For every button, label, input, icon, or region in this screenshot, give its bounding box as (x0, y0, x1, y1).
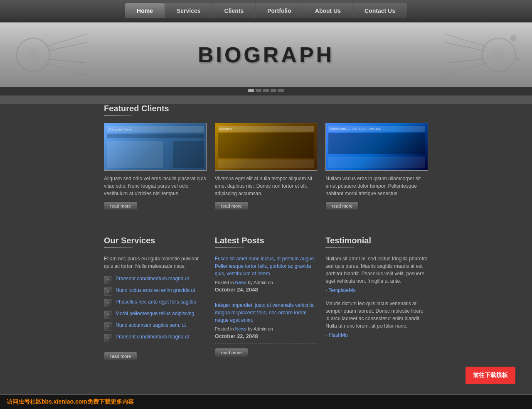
svg-line-11 (445, 63, 486, 76)
testimonial-title: Testimonial (325, 236, 428, 245)
client-card-1: Company Name Aliquam sed odio vel eros i… (104, 123, 207, 211)
dot-3[interactable] (263, 89, 269, 92)
svg-point-7 (493, 49, 505, 61)
post-category-1: News (235, 280, 247, 285)
nav-services[interactable]: Services (165, 3, 213, 18)
svg-line-9 (445, 42, 484, 51)
testimonial-text-2: Mauris dictum leo quis lacus venenatis a… (325, 300, 428, 330)
mock-nav-1 (107, 134, 204, 138)
service-icon-1: ✦ (104, 276, 112, 284)
by-label-2: by (246, 326, 254, 331)
nav-bar: Home Services Clients Portfolio About Us… (125, 3, 407, 18)
featured-clients-title: Featured Clients (104, 104, 428, 113)
post-meta-2: Posted in News by Admin on (215, 326, 318, 331)
post-link-1[interactable]: Fusce sit amet nunc lectus, at pretium a… (215, 255, 318, 277)
testimonial-author-link-1[interactable]: TemplateMo (328, 287, 355, 293)
dot-5[interactable] (278, 89, 284, 92)
service-link-4[interactable]: Morbi pellentesque tellus adipiscing (116, 311, 194, 316)
nav-contact[interactable]: Contact Us (353, 3, 407, 18)
bottom-grid: Our Services Etiam nec purus eu ligula m… (104, 228, 428, 377)
latest-posts-title: Latest Posts (215, 236, 318, 245)
client-thumb-2: Wooden (215, 123, 318, 171)
service-item-6: ✦ Praesent condimentum magna ut (104, 334, 207, 342)
on-label-2: on (266, 326, 273, 331)
svg-line-8 (445, 34, 486, 47)
client-card-2: Wooden Vivamus eget elit at nulla tempor… (215, 123, 318, 211)
nav-home[interactable]: Home (125, 3, 165, 18)
posts-read-more[interactable]: read more (215, 348, 248, 357)
featured-clients-underline (104, 115, 133, 116)
svg-point-12 (510, 35, 517, 42)
client-read-more-3[interactable]: read more (325, 201, 359, 211)
post-divider-2 (215, 343, 318, 344)
services-intro: Etiam nec purus eu ligula molestie pulvi… (104, 255, 207, 270)
svg-line-5 (46, 63, 87, 76)
client-desc-1: Aliquam sed odio vel eros iaculis placer… (104, 175, 207, 197)
by-label-1: by (246, 280, 254, 285)
mock-footer-2 (218, 159, 315, 168)
testimonial-author-1: - TemplateMo (325, 287, 428, 293)
client-card-3: Professional — FREE CSS TEMPLATE Nullam … (325, 123, 428, 211)
services-underline (104, 247, 133, 248)
testimonial-column: Testimonial Nullam sit amet mi sed lectu… (325, 228, 428, 361)
service-item-2: ✦ Nunc luctus eros eu enim gravida ut (104, 287, 207, 296)
svg-point-1 (27, 49, 39, 61)
client-read-more-1[interactable]: read more (104, 201, 137, 211)
service-icon-5: ✦ (104, 322, 112, 331)
slideshow-dots (0, 87, 532, 96)
post-date-2: October 22, 2048 (215, 333, 318, 339)
dot-2[interactable] (256, 89, 261, 92)
testimonial-author-2: - FlashMo (325, 332, 428, 338)
dot-1[interactable] (248, 89, 254, 92)
nav-clients[interactable]: Clients (213, 3, 256, 18)
service-icon-2: ✦ (104, 287, 112, 296)
post-author-1: Admin (254, 280, 266, 285)
service-link-6[interactable]: Praesent condimentum magna ut (116, 334, 189, 340)
post-date-1: October 24, 2048 (215, 287, 318, 293)
mock-content-3 (328, 157, 425, 168)
hero-section: BIOGRAPH (0, 22, 532, 87)
mock-header-3: Professional — FREE CSS TEMPLATE (328, 126, 425, 132)
client-desc-2: Vivamus eget elit at nulla tempor aliqua… (215, 175, 318, 197)
mock-header-1: Company Name (107, 126, 204, 132)
services-title: Our Services (104, 236, 207, 245)
service-item-3: ✦ Phasellus nec ante eget felis sagittis (104, 299, 207, 307)
services-column: Our Services Etiam nec purus eu ligula m… (104, 228, 207, 361)
clients-grid: Company Name Aliquam sed odio vel eros i… (104, 123, 428, 211)
mock-content-1 (107, 141, 163, 168)
service-link-5[interactable]: Nunc accumsan sagittis sem, ut (116, 322, 186, 328)
service-item-5: ✦ Nunc accumsan sagittis sem, ut (104, 322, 207, 331)
posted-in-label-2: Posted in (215, 326, 235, 331)
testimonial-author-link-2[interactable]: FlashMo (329, 332, 348, 338)
nav-about[interactable]: About Us (303, 3, 353, 18)
watermark-bar: 访问虫号社区bbs.xieniao.com免费下载更多内容 (0, 395, 532, 409)
client-read-more-2[interactable]: read more (215, 201, 248, 211)
dot-4[interactable] (271, 89, 276, 92)
post-divider-1 (215, 297, 318, 297)
service-item-4: ✦ Morbi pellentesque tellus adipiscing (104, 311, 207, 319)
service-link-2[interactable]: Nunc luctus eros eu enim gravida ut (116, 287, 195, 293)
hero-decor-left-icon (8, 26, 91, 84)
service-icon-4: ✦ (104, 311, 112, 319)
service-link-3[interactable]: Phasellus nec ante eget felis sagittis (116, 299, 196, 305)
post-link-2[interactable]: Integer imperdiet, justo ut venenatis ve… (215, 301, 318, 324)
latest-posts-column: Latest Posts Fusce sit amet nunc lectus,… (215, 228, 318, 361)
services-read-more[interactable]: read more (104, 352, 137, 361)
svg-point-13 (515, 57, 520, 61)
hero-title: BIOGRAPH (198, 42, 334, 67)
section-divider-1 (104, 219, 428, 219)
svg-line-3 (48, 42, 87, 51)
client-desc-3: Nullam varius eros in ipsum ullamcorper … (325, 175, 428, 197)
testimonial-underline (325, 247, 355, 248)
service-link-1[interactable]: Praesent condimentum magna ut (116, 276, 189, 282)
svg-line-4 (48, 59, 87, 63)
service-item-1: ✦ Praesent condimentum magna ut (104, 276, 207, 284)
mock-sidebar-1 (173, 141, 203, 168)
latest-posts-underline (215, 247, 244, 248)
nav-portfolio[interactable]: Portfolio (256, 3, 303, 18)
svg-line-10 (445, 59, 484, 63)
post-meta-1: Posted in News by Admin on (215, 280, 318, 285)
mock-header-2: Wooden (218, 126, 315, 132)
on-label-1: on (266, 280, 273, 285)
cta-download-button[interactable]: 前往下载模板 (466, 367, 515, 384)
